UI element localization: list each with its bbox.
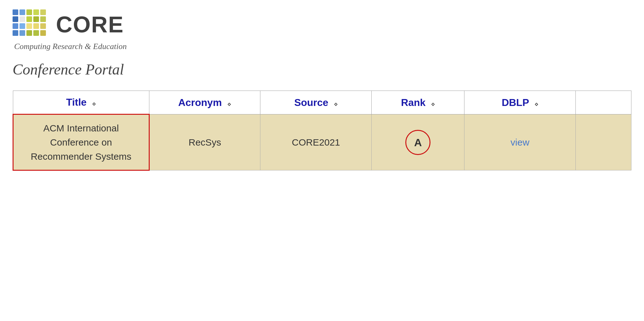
page-title: Conference Portal — [13, 61, 631, 78]
svg-rect-13 — [33, 23, 39, 29]
svg-rect-15 — [13, 30, 18, 36]
cell-title: ACM International Conference on Recommen… — [13, 114, 149, 170]
sort-icon-dblp[interactable]: ⬦ — [534, 100, 538, 108]
svg-rect-19 — [40, 30, 46, 36]
cell-extra — [576, 114, 631, 170]
svg-rect-7 — [26, 16, 32, 22]
core-logo-text: CORE — [56, 12, 124, 37]
sort-icon-acronym[interactable]: ⬦ — [227, 100, 231, 108]
conference-table: Title ⬦ Acronym ⬦ Source ⬦ Rank ⬦ DBLP ⬦ — [13, 91, 631, 171]
col-header-dblp[interactable]: DBLP ⬦ — [464, 91, 576, 114]
dblp-link[interactable]: view — [511, 137, 530, 147]
svg-rect-6 — [19, 16, 25, 22]
svg-rect-3 — [33, 9, 39, 15]
col-header-source[interactable]: Source ⬦ — [260, 91, 372, 114]
svg-rect-4 — [40, 9, 46, 15]
logo-container: CORE — [13, 9, 631, 39]
svg-rect-9 — [40, 16, 46, 22]
sort-icon-rank[interactable]: ⬦ — [431, 100, 435, 108]
table-header-row: Title ⬦ Acronym ⬦ Source ⬦ Rank ⬦ DBLP ⬦ — [13, 91, 631, 114]
sort-icon-title[interactable]: ⬦ — [92, 99, 96, 108]
svg-rect-1 — [19, 9, 25, 15]
svg-rect-10 — [13, 23, 18, 29]
svg-rect-2 — [26, 9, 32, 15]
svg-rect-18 — [33, 30, 39, 36]
svg-rect-11 — [19, 23, 25, 29]
cell-acronym: RecSys — [149, 114, 260, 170]
core-logo-icon — [13, 9, 53, 39]
svg-rect-8 — [33, 16, 39, 22]
svg-rect-16 — [19, 30, 25, 36]
cell-dblp[interactable]: view — [464, 114, 576, 170]
sort-icon-source[interactable]: ⬦ — [334, 100, 338, 108]
svg-rect-12 — [26, 23, 32, 29]
svg-rect-0 — [13, 9, 18, 15]
col-header-title[interactable]: Title ⬦ — [13, 91, 149, 114]
col-header-acronym[interactable]: Acronym ⬦ — [149, 91, 260, 114]
svg-rect-14 — [40, 23, 46, 29]
svg-rect-5 — [13, 16, 18, 22]
cell-rank: A — [372, 114, 464, 170]
logo-tagline: Computing Research & Education — [14, 42, 631, 51]
table-row: ACM International Conference on Recommen… — [13, 114, 631, 170]
col-header-rank[interactable]: Rank ⬦ — [372, 91, 464, 114]
rank-badge: A — [405, 130, 430, 155]
svg-rect-17 — [26, 30, 32, 36]
cell-source: CORE2021 — [260, 114, 372, 170]
logo-section: CORE Computing Research & Education — [13, 9, 631, 51]
col-header-extra — [576, 91, 631, 114]
